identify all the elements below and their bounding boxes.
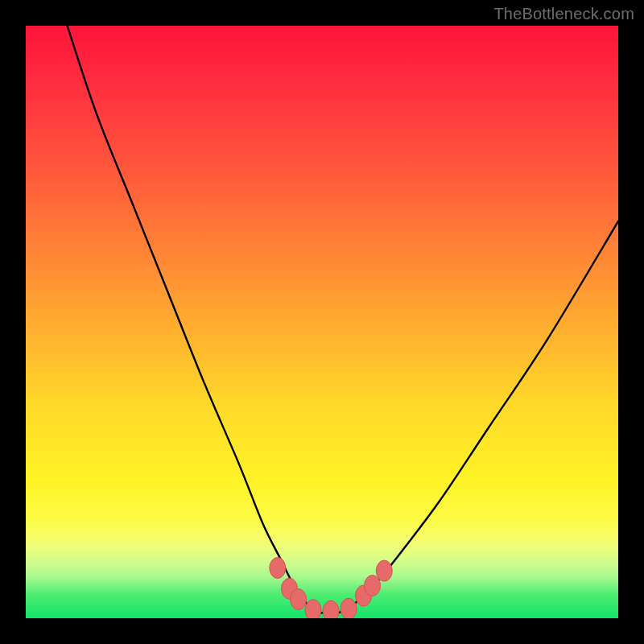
plot-area (26, 26, 618, 618)
curve-marker (365, 576, 381, 597)
curve-marker (291, 588, 307, 609)
curve-marker (305, 600, 321, 618)
curve-marker (323, 601, 339, 618)
curve-marker (376, 560, 392, 581)
curve-marker (270, 557, 286, 578)
bottleneck-curve (68, 26, 618, 613)
curve-marker (341, 598, 357, 618)
curve-layer (26, 26, 618, 618)
curve-markers (270, 557, 392, 618)
watermark-text: TheBottleneck.com (493, 5, 634, 23)
chart-frame: TheBottleneck.com (0, 0, 644, 644)
